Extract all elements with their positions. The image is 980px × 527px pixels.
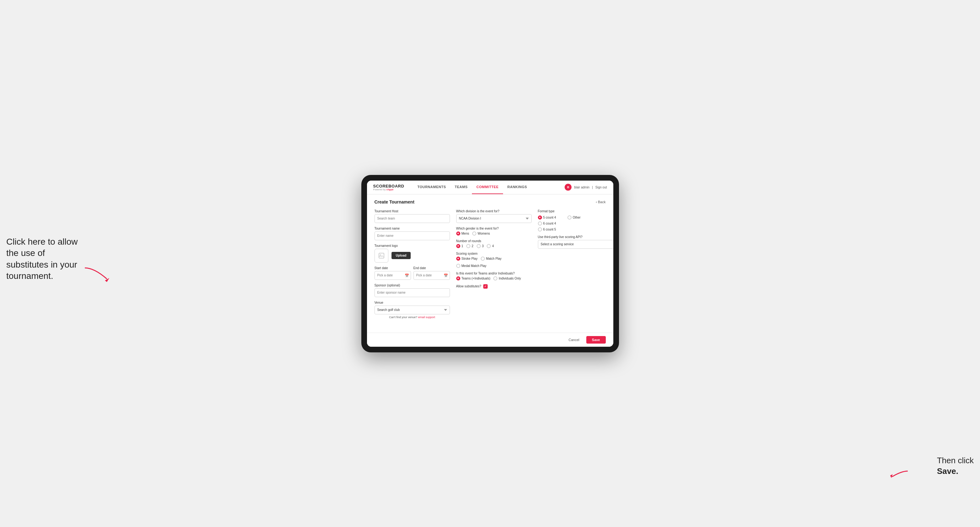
annotation-right: Then click Save.: [937, 456, 974, 477]
teams-radio-group: Teams (+Individuals) Individuals Only: [456, 276, 531, 281]
nav-right: B blair admin | Sign out: [565, 184, 607, 190]
gender-mens-radio[interactable]: [456, 232, 460, 235]
rounds-3-option[interactable]: 3: [477, 244, 484, 248]
division-select[interactable]: NCAA Division I: [456, 214, 531, 223]
svg-marker-0: [105, 278, 109, 282]
format-other-option[interactable]: Other: [568, 216, 581, 219]
page-content: Create Tournament ‹ Back Tournament Host…: [367, 194, 613, 333]
nav-links: TOURNAMENTS TEAMS COMMITTEE RANKINGS: [413, 181, 565, 194]
rounds-2-label: 2: [472, 244, 474, 248]
teams-individuals-label: Is this event for Teams and/or Individua…: [456, 271, 531, 275]
rounds-4-option[interactable]: 4: [487, 244, 494, 248]
nav-tournaments[interactable]: TOURNAMENTS: [413, 181, 450, 194]
rounds-1-label: 1: [461, 244, 463, 248]
individuals-only-option[interactable]: Individuals Only: [493, 276, 521, 281]
nav-separator: |: [592, 186, 593, 189]
rounds-group: Number of rounds 1 2: [456, 239, 531, 248]
form-column-2: Which division is the event for? NCAA Di…: [456, 210, 531, 322]
scoring-match-label: Match Play: [486, 257, 501, 260]
gender-mens-label: Mens: [461, 232, 469, 235]
tournament-name-group: Tournament name: [374, 227, 450, 240]
user-name: blair admin: [574, 186, 589, 189]
tablet-screen: SCOREBOARD Powered by clippd TOURNAMENTS…: [367, 181, 613, 347]
scoring-stroke-option[interactable]: Stroke Play: [456, 257, 477, 261]
arrow-left-icon: [82, 265, 119, 284]
gender-womens-radio[interactable]: [472, 232, 476, 235]
svg-rect-1: [379, 253, 384, 258]
allow-substitutes-label: Allow substitutes?: [456, 284, 481, 288]
scoring-medal-option[interactable]: Medal Match Play: [456, 264, 487, 268]
end-date-label: End date: [414, 266, 450, 270]
teams-plus-option[interactable]: Teams (+Individuals): [456, 276, 490, 281]
form-footer: Cancel Save: [367, 333, 613, 347]
format-6count5-option[interactable]: 6 count 5: [538, 227, 556, 232]
user-avatar: B: [565, 184, 571, 190]
tournament-host-input[interactable]: [374, 214, 450, 223]
tournament-host-label: Tournament Host: [374, 210, 450, 213]
date-row: Start date 📅 End date 📅: [374, 266, 450, 280]
back-chevron-icon: ‹: [596, 200, 597, 204]
annotation-left: Click here to allow the use of substitut…: [6, 236, 82, 282]
tournament-logo-label: Tournament logo: [374, 244, 450, 248]
format-5count4-option[interactable]: 5 count 4: [538, 216, 556, 219]
venue-select[interactable]: Search golf club: [374, 306, 450, 314]
division-group: Which division is the event for? NCAA Di…: [456, 210, 531, 223]
start-date-group: Start date 📅: [374, 266, 411, 280]
scoring-stroke-radio[interactable]: [456, 257, 460, 261]
format-options: 5 count 4 Other 6 count 4: [538, 216, 613, 232]
form-column-3: Format type 5 count 4 Other: [538, 210, 613, 322]
nav-bar: SCOREBOARD Powered by clippd TOURNAMENTS…: [367, 181, 613, 194]
format-6count4-option[interactable]: 6 count 4: [538, 221, 556, 225]
teams-plus-radio[interactable]: [456, 276, 460, 281]
rounds-radio-group: 1 2 3 4: [456, 244, 531, 248]
allow-substitutes-checkbox[interactable]: [483, 284, 488, 289]
format-6count5-radio[interactable]: [538, 227, 542, 232]
scoring-api-select[interactable]: Select a scoring service: [538, 240, 613, 249]
sign-out-link[interactable]: Sign out: [595, 186, 607, 189]
gender-womens-label: Womens: [477, 232, 490, 235]
gender-group: Which gender is the event for? Mens Wome…: [456, 227, 531, 235]
page-title: Create Tournament: [374, 199, 414, 205]
tournament-name-input[interactable]: [374, 232, 450, 240]
format-row-2: 6 count 4: [538, 221, 613, 225]
rounds-1-option[interactable]: 1: [456, 244, 463, 248]
format-5count4-radio[interactable]: [538, 216, 542, 219]
scoring-match-option[interactable]: Match Play: [481, 257, 501, 261]
rounds-3-label: 3: [482, 244, 484, 248]
rounds-4-radio[interactable]: [487, 244, 491, 248]
individuals-only-radio[interactable]: [493, 276, 497, 281]
allow-substitutes-group: Allow substitutes?: [456, 284, 531, 289]
sponsor-input[interactable]: [374, 288, 450, 297]
form-column-1: Tournament Host Tournament name Tourname…: [374, 210, 450, 322]
logo-upload-area: Upload: [374, 249, 450, 263]
format-6count4-radio[interactable]: [538, 221, 542, 225]
rounds-2-radio[interactable]: [466, 244, 470, 248]
format-type-section: Format type 5 count 4 Other: [538, 210, 613, 232]
scoring-match-radio[interactable]: [481, 257, 485, 261]
rounds-4-label: 4: [492, 244, 494, 248]
end-date-group: End date 📅: [414, 266, 450, 280]
venue-note: Can't find your venue? email support: [374, 316, 450, 319]
gender-womens-option[interactable]: Womens: [472, 232, 490, 235]
arrow-right-icon: [886, 468, 911, 481]
rounds-1-radio[interactable]: [456, 244, 460, 248]
back-button[interactable]: ‹ Back: [596, 200, 606, 204]
rounds-2-option[interactable]: 2: [466, 244, 474, 248]
upload-button[interactable]: Upload: [391, 252, 411, 259]
format-other-radio[interactable]: [568, 216, 571, 219]
nav-teams[interactable]: TEAMS: [450, 181, 472, 194]
cancel-button[interactable]: Cancel: [565, 336, 583, 344]
nav-rankings[interactable]: RANKINGS: [503, 181, 531, 194]
scoring-medal-radio[interactable]: [456, 264, 460, 268]
tournament-host-group: Tournament Host: [374, 210, 450, 223]
save-button[interactable]: Save: [586, 336, 606, 344]
logo-area: SCOREBOARD Powered by clippd: [373, 184, 404, 190]
format-row-1: 5 count 4 Other: [538, 216, 613, 219]
logo-scoreboard: SCOREBOARD: [373, 184, 404, 189]
start-date-label: Start date: [374, 266, 411, 270]
teams-plus-label: Teams (+Individuals): [461, 277, 490, 280]
rounds-3-radio[interactable]: [477, 244, 481, 248]
gender-mens-option[interactable]: Mens: [456, 232, 469, 235]
nav-committee[interactable]: COMMITTEE: [472, 181, 503, 194]
venue-email-link[interactable]: email support: [418, 316, 435, 319]
